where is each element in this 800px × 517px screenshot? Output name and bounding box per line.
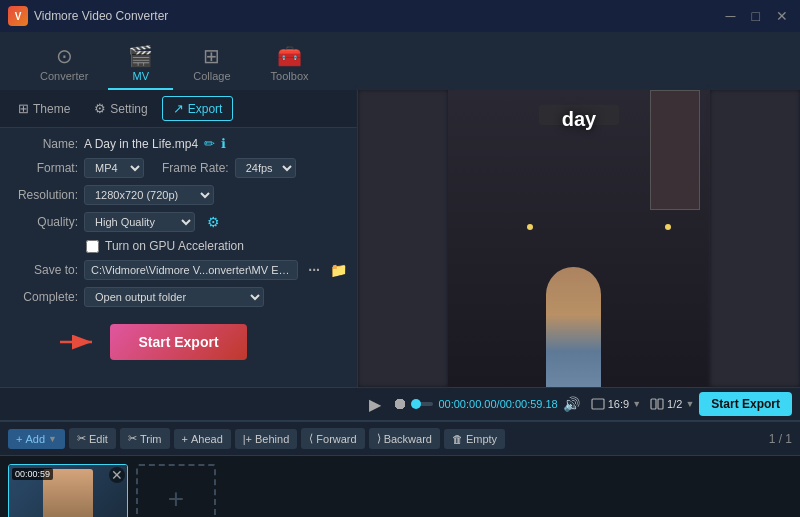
- start-export-right-button[interactable]: Start Export: [699, 392, 792, 416]
- trim-button[interactable]: ✂ Trim: [120, 428, 170, 449]
- nav-toolbox[interactable]: 🧰 Toolbox: [251, 38, 329, 90]
- setting-gear-icon: ⚙: [94, 101, 106, 116]
- split-value: 1/2: [667, 398, 682, 410]
- add-dropdown-icon[interactable]: ▼: [48, 434, 57, 444]
- complete-select[interactable]: Open output folderDo nothing: [84, 287, 264, 307]
- timeline-clip-1[interactable]: 00:00:59 ✕ ▶ 🔊 ⚙: [8, 464, 128, 518]
- name-edit-icon[interactable]: ✏: [204, 136, 215, 151]
- quality-select[interactable]: High QualityMedium QualityLow Quality: [84, 212, 195, 232]
- sub-nav: ⊞ Theme ⚙ Setting ↗ Export: [0, 90, 357, 128]
- sub-nav-export[interactable]: ↗ Export: [162, 96, 234, 121]
- trim-icon: ✂: [128, 432, 137, 445]
- trim-label: Trim: [140, 433, 162, 445]
- nav-converter[interactable]: ⊙ Converter: [20, 38, 108, 90]
- app-title: Vidmore Video Converter: [34, 9, 168, 23]
- backward-button[interactable]: ⟩ Backward: [369, 428, 440, 449]
- maximize-button[interactable]: □: [748, 8, 764, 24]
- format-select[interactable]: MP4MKVAVIMOV: [84, 158, 144, 178]
- quality-settings-gear-icon[interactable]: ⚙: [207, 214, 220, 230]
- timeline-area: 00:00:59 ✕ ▶ 🔊 ⚙ +: [0, 456, 800, 517]
- name-row: Name: A Day in the Life.mp4 ✏ ℹ: [10, 136, 347, 151]
- nav-collage-label: Collage: [193, 70, 230, 82]
- saveto-row: Save to: C:\Vidmore\Vidmore V...onverter…: [10, 260, 347, 280]
- name-info-icon[interactable]: ℹ: [221, 136, 226, 151]
- ahead-label: Ahead: [191, 433, 223, 445]
- page-counter: 1 / 1: [769, 432, 792, 446]
- nav-mv-label: MV: [133, 70, 150, 82]
- volume-icon[interactable]: 🔊: [563, 396, 580, 412]
- behind-button[interactable]: |+ Behind: [235, 429, 298, 449]
- svg-rect-3: [651, 399, 656, 409]
- forward-label: Forward: [316, 433, 356, 445]
- sub-nav-setting[interactable]: ⚙ Setting: [84, 97, 157, 120]
- stop-button[interactable]: ⏺: [389, 395, 411, 413]
- saveto-label: Save to:: [10, 263, 78, 277]
- add-button[interactable]: + Add ▼: [8, 429, 65, 449]
- split-dropdown-icon[interactable]: ▼: [685, 399, 694, 409]
- close-button[interactable]: ✕: [772, 8, 792, 24]
- toolbox-icon: 🧰: [277, 44, 302, 68]
- name-label: Name:: [10, 137, 78, 151]
- video-overlay-text: day: [562, 108, 596, 131]
- nav-collage[interactable]: ⊞ Collage: [173, 38, 250, 90]
- edit-button[interactable]: ✂ Edit: [69, 428, 116, 449]
- sub-nav-export-label: Export: [188, 102, 223, 116]
- minimize-button[interactable]: ─: [722, 8, 740, 24]
- bottom-toolbar: + Add ▼ ✂ Edit ✂ Trim + Ahead |+ Behind …: [0, 421, 800, 456]
- sub-nav-theme[interactable]: ⊞ Theme: [8, 97, 80, 120]
- collage-icon: ⊞: [203, 44, 220, 68]
- converter-icon: ⊙: [56, 44, 73, 68]
- play-button[interactable]: ▶: [366, 395, 384, 414]
- title-bar: V Vidmore Video Converter ─ □ ✕: [0, 0, 800, 32]
- empty-button[interactable]: 🗑 Empty: [444, 429, 505, 449]
- start-export-area: Start Export: [10, 314, 347, 366]
- add-label: Add: [25, 433, 45, 445]
- preview-center: day: [448, 90, 710, 387]
- framerate-select[interactable]: 24fps25fps30fps60fps: [235, 158, 296, 178]
- ratio-value: 16:9: [608, 398, 629, 410]
- format-row: Format: MP4MKVAVIMOV Frame Rate: 24fps25…: [10, 158, 347, 178]
- behind-icon: |+: [243, 433, 252, 445]
- forward-button[interactable]: ⟨ Forward: [301, 428, 364, 449]
- backward-label: Backward: [384, 433, 432, 445]
- ahead-icon: +: [182, 433, 188, 445]
- path-dots-button[interactable]: ···: [308, 262, 320, 278]
- forward-icon: ⟨: [309, 432, 313, 445]
- preview-blur-right: [710, 90, 800, 387]
- edit-icon: ✂: [77, 432, 86, 445]
- split-group: 1/2 ▼: [650, 397, 694, 411]
- ahead-button[interactable]: + Ahead: [174, 429, 231, 449]
- progress-dot: [411, 399, 421, 409]
- split-icon: [650, 397, 664, 411]
- sub-nav-setting-label: Setting: [110, 102, 147, 116]
- progress-bar[interactable]: [416, 402, 433, 406]
- top-nav: ⊙ Converter 🎬 MV ⊞ Collage 🧰 Toolbox: [0, 32, 800, 90]
- behind-label: Behind: [255, 433, 289, 445]
- name-value: A Day in the Life.mp4: [84, 137, 198, 151]
- red-arrow-indicator: [60, 327, 100, 357]
- add-clip-plus-icon: +: [168, 483, 184, 515]
- right-video-controls: ▶ ⏺ 00:00:00.00/00:00:59.18 🔊 16:9 ▼ 1/2…: [358, 392, 800, 416]
- gpu-checkbox[interactable]: [86, 240, 99, 253]
- preview-blur-left: [358, 90, 448, 387]
- video-preview: day: [358, 90, 800, 387]
- complete-row: Complete: Open output folderDo nothing: [10, 287, 347, 307]
- start-export-main-button[interactable]: Start Export: [110, 324, 246, 360]
- empty-label: Empty: [466, 433, 497, 445]
- export-arrow-icon: ↗: [173, 101, 184, 116]
- right-panel: day: [358, 90, 800, 387]
- add-clip-button[interactable]: +: [136, 464, 216, 518]
- theme-grid-icon: ⊞: [18, 101, 29, 116]
- resolution-row: Resolution: 1280x720 (720p)1920x1080 (10…: [10, 185, 347, 205]
- folder-icon[interactable]: 📁: [330, 262, 347, 278]
- svg-rect-2: [592, 399, 604, 409]
- edit-label: Edit: [89, 433, 108, 445]
- ratio-icon: [591, 397, 605, 411]
- clip-close-button-1[interactable]: ✕: [109, 467, 125, 483]
- ratio-dropdown-icon[interactable]: ▼: [632, 399, 641, 409]
- ratio-group: 16:9 ▼: [591, 397, 641, 411]
- nav-mv[interactable]: 🎬 MV: [108, 38, 173, 90]
- resolution-select[interactable]: 1280x720 (720p)1920x1080 (1080p)3840x216…: [84, 185, 214, 205]
- empty-trash-icon: 🗑: [452, 433, 463, 445]
- quality-label: Quality:: [10, 215, 78, 229]
